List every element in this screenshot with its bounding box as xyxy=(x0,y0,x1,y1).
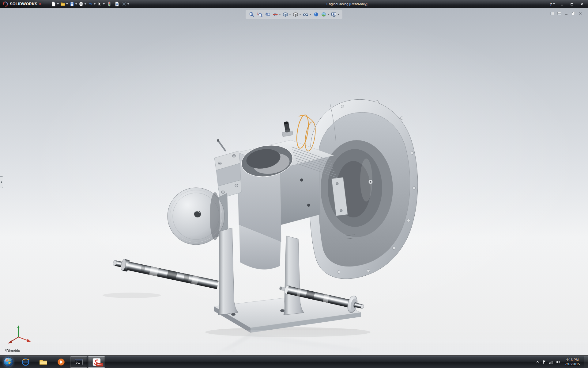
hidden-icons-chevron-icon[interactable] xyxy=(534,356,541,368)
print-button[interactable] xyxy=(78,1,87,7)
network-icon[interactable] xyxy=(548,356,554,368)
new-document-dropdown-arrow[interactable] xyxy=(57,3,59,5)
help-dropdown-arrow[interactable] xyxy=(553,3,555,5)
view-orientation-button[interactable] xyxy=(282,11,292,18)
taskbar-button-windows-explorer[interactable] xyxy=(35,356,52,368)
view-settings-button[interactable] xyxy=(330,11,340,18)
taskbar-button-solidworks[interactable]: 2015 xyxy=(88,356,105,368)
titlebar-right: ? xyxy=(548,1,588,7)
apply-scene-button[interactable] xyxy=(320,11,330,18)
desktop: SOLIDWORKS EngineCasing [Read-only] ? xyxy=(0,0,588,368)
feature-manager-collapsed-tab[interactable] xyxy=(0,176,3,188)
taskbar-button-command-prompt[interactable] xyxy=(70,356,87,368)
undo-dropdown-arrow[interactable] xyxy=(94,3,96,5)
titlebar-toolbar xyxy=(51,1,130,7)
filler-cap xyxy=(282,121,293,137)
pane-right-button[interactable] xyxy=(556,11,562,16)
new-document-button[interactable] xyxy=(51,1,59,7)
minimize-button[interactable] xyxy=(557,1,567,7)
mounting-plates xyxy=(214,139,241,198)
heads-up-toolbar xyxy=(246,10,342,19)
clock-time: 4:13 PM xyxy=(562,358,582,362)
options-dropdown-arrow[interactable] xyxy=(127,3,129,5)
engine-casing-model[interactable] xyxy=(0,8,588,355)
show-desktop-button[interactable] xyxy=(584,356,588,368)
save-button[interactable] xyxy=(69,1,78,7)
reflection-fade xyxy=(0,330,588,355)
display-style-button[interactable] xyxy=(292,11,302,18)
left-shaft xyxy=(112,257,219,291)
hide-show-items-dropdown-arrow[interactable] xyxy=(309,14,311,15)
solidworks-logo-text: SOLIDWORKS xyxy=(10,2,37,6)
open-dropdown-arrow[interactable] xyxy=(66,3,68,5)
taskbar-button-media-player[interactable] xyxy=(52,356,70,368)
orientation-triad xyxy=(4,324,31,346)
edit-appearance-button[interactable] xyxy=(312,11,320,18)
tray-icon-area xyxy=(534,356,561,368)
logo-chevron-icon xyxy=(40,3,41,5)
options-button[interactable] xyxy=(121,1,130,7)
taskbar-clock[interactable]: 4:13 PM 7/13/2015 xyxy=(561,358,584,366)
undo-button[interactable] xyxy=(87,1,96,7)
zoom-to-area-button[interactable] xyxy=(256,11,263,18)
taskbar-button-start[interactable] xyxy=(0,356,17,368)
print-dropdown-arrow[interactable] xyxy=(85,3,86,5)
view-orientation-dropdown-arrow[interactable] xyxy=(289,14,291,15)
section-view-button[interactable] xyxy=(272,11,281,18)
window-controls xyxy=(557,1,586,7)
select-dropdown-arrow[interactable] xyxy=(103,3,105,5)
taskbar-button-internet-explorer[interactable] xyxy=(17,356,34,368)
titlebar: SOLIDWORKS EngineCasing [Read-only] ? xyxy=(0,0,588,8)
view-settings-dropdown-arrow[interactable] xyxy=(337,14,339,15)
rebuild-button[interactable] xyxy=(106,1,113,7)
casing-right-housing xyxy=(309,99,418,279)
volume-icon[interactable] xyxy=(554,356,561,368)
view-orientation-label: *Dimetric xyxy=(5,349,20,353)
graphics-area[interactable]: *Dimetric xyxy=(0,8,588,355)
previous-view-button[interactable] xyxy=(264,11,271,18)
help-label: ? xyxy=(550,2,552,6)
taskbar-app-area: 2015 xyxy=(0,356,105,368)
open-button[interactable] xyxy=(60,1,69,7)
zoom-to-fit-button[interactable] xyxy=(248,11,255,18)
select-button[interactable] xyxy=(96,1,105,7)
document-window-controls xyxy=(549,11,583,16)
solidworks-logo: SOLIDWORKS xyxy=(0,0,45,8)
action-center-icon[interactable] xyxy=(541,356,548,368)
taskbar: 2015 4:13 PM 7/13/2015 xyxy=(0,355,588,368)
section-view-dropdown-arrow[interactable] xyxy=(279,14,281,15)
doc-restore-button[interactable] xyxy=(570,11,576,16)
system-tray: 4:13 PM 7/13/2015 xyxy=(534,356,588,368)
display-style-dropdown-arrow[interactable] xyxy=(299,14,301,15)
save-dropdown-arrow[interactable] xyxy=(75,3,77,5)
doc-close-button[interactable] xyxy=(577,11,583,16)
help-button[interactable]: ? xyxy=(548,1,556,7)
window-title: EngineCasing [Read-only] xyxy=(326,2,368,6)
apply-scene-dropdown-arrow[interactable] xyxy=(327,14,329,15)
taskbar-badge: 2015 xyxy=(96,363,103,366)
clock-date: 7/13/2015 xyxy=(562,362,582,366)
close-button[interactable] xyxy=(577,1,586,7)
solidworks-logo-icon xyxy=(2,1,8,7)
hide-show-items-button[interactable] xyxy=(302,11,312,18)
file-properties-button[interactable] xyxy=(113,1,121,7)
doc-minimize-button[interactable] xyxy=(563,11,569,16)
pane-left-button[interactable] xyxy=(549,11,555,16)
maximize-button[interactable] xyxy=(567,1,576,7)
